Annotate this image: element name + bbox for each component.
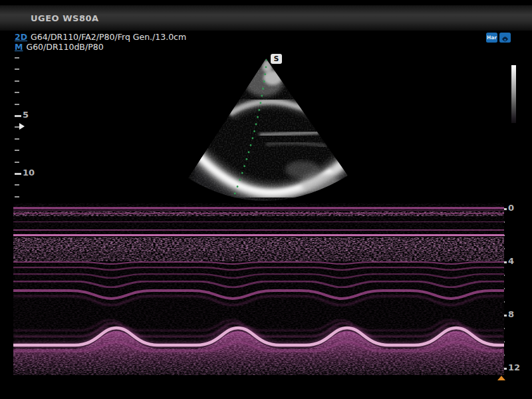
mode-params-m: G60/DR110dB/P80 xyxy=(26,42,103,52)
mode-info-m: M G60/DR110dB/P80 xyxy=(15,42,104,51)
scale-tick xyxy=(15,92,19,93)
scale-tick xyxy=(15,126,19,128)
scale-tick xyxy=(15,104,19,105)
scale-tick xyxy=(15,162,19,163)
status-badges: Har xyxy=(486,33,511,43)
scale-label: 0 xyxy=(508,203,514,213)
scale-tick xyxy=(15,68,19,70)
scale-tick xyxy=(15,150,19,151)
harmonic-badge: Har xyxy=(486,33,497,43)
scale-tick xyxy=(15,138,19,140)
focus-marker-icon xyxy=(19,123,25,130)
orientation-marker: S xyxy=(271,54,282,64)
title-bar: UGEO WS80A xyxy=(0,5,532,31)
scale-label: 10 xyxy=(23,168,35,178)
scale-tick xyxy=(15,184,19,186)
scale-tick xyxy=(15,196,19,198)
scale-tick xyxy=(15,57,19,59)
2d-sector-image xyxy=(166,47,372,213)
mmode-trace-image xyxy=(13,203,504,380)
scale-tick xyxy=(15,173,21,175)
mode-label-m: M xyxy=(15,42,23,52)
mode-label-2d: 2D xyxy=(15,32,27,42)
scale-label: 12 xyxy=(508,363,520,372)
system-title: UGEO WS80A xyxy=(31,13,99,23)
scale-label: 5 xyxy=(23,110,29,120)
scale-tick xyxy=(15,80,19,82)
probe-icon xyxy=(501,33,509,42)
probe-badge xyxy=(499,33,511,43)
scale-tick xyxy=(15,115,21,117)
scale-label: 4 xyxy=(508,257,514,266)
grayscale-bar xyxy=(511,65,516,123)
ultrasound-display: UGEO WS80A 2D G64/DR110/FA2/P80/Frq Gen.… xyxy=(0,0,532,399)
mode-info-2d: 2D G64/DR110/FA2/P80/Frq Gen./13.0cm xyxy=(15,32,186,41)
mode-params-2d: G64/DR110/FA2/P80/Frq Gen./13.0cm xyxy=(31,32,186,42)
sweep-position-icon xyxy=(497,376,505,380)
harmonic-label: Har xyxy=(487,35,497,41)
scale-label: 8 xyxy=(508,310,514,319)
